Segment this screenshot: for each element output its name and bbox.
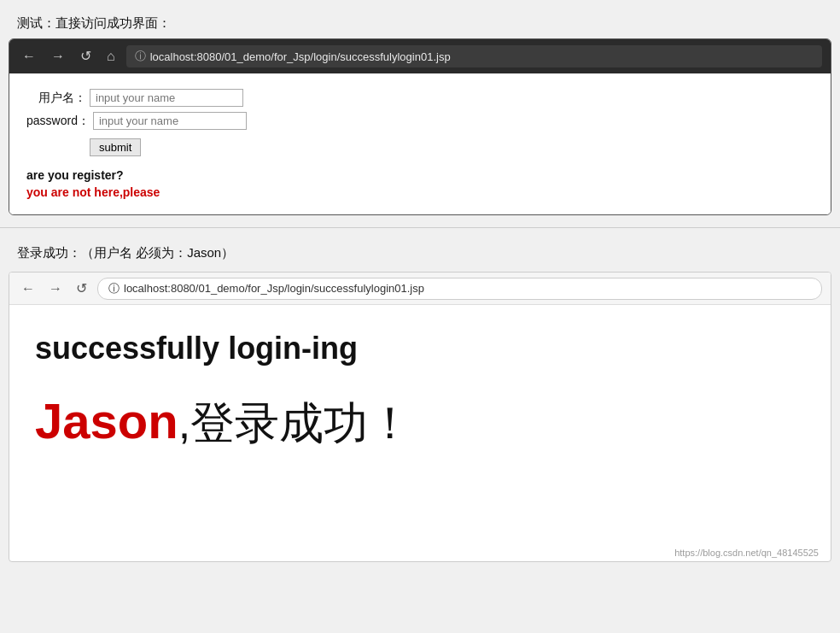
address-bar-1: ⓘ localhost:8080/01_demo/for_Jsp/login/s… [126,45,822,67]
second-label: 登录成功：（用户名 必须为：Jason） [0,240,840,267]
username-input[interactable] [90,89,243,107]
password-label: password： [26,114,90,129]
watermark: https://blog.csdn.net/qn_48145525 [9,544,831,561]
browser-toolbar-2: ← → ↺ ⓘ localhost:8080/01_demo/for_Jsp/l… [9,273,831,305]
submit-row: submit [26,135,814,156]
register-question: are you register? [26,168,814,182]
top-label-text: 测试：直接访问成功界面： [17,15,171,30]
reload-button-2[interactable]: ↺ [73,278,90,298]
top-label: 测试：直接访问成功界面： [0,9,840,38]
url-text-2: localhost:8080/01_demo/for_Jsp/login/suc… [124,282,424,295]
browser-frame-1: ← → ↺ ⌂ ⓘ localhost:8080/01_demo/for_Jsp… [9,38,831,215]
success-suffix: ,登录成功！ [178,398,412,448]
username-row: 用户名： [26,89,814,107]
back-button-1[interactable]: ← [18,48,40,65]
success-title: successfully login-ing [35,331,805,366]
password-input[interactable] [93,112,247,130]
info-icon-1: ⓘ [135,49,146,64]
back-button-2[interactable]: ← [18,279,38,298]
success-username: Jason [35,393,178,448]
success-user-line: Jason,登录成功！ [35,392,805,454]
url-text-1: localhost:8080/01_demo/for_Jsp/login/suc… [150,50,451,63]
home-button-1[interactable]: ⌂ [102,48,120,65]
address-bar-2: ⓘ localhost:8080/01_demo/for_Jsp/login/s… [97,278,822,300]
info-icon-2: ⓘ [108,281,120,296]
forward-button-1[interactable]: → [47,48,69,65]
browser-content-2: successfully login-ing Jason,登录成功！ [9,305,831,544]
browser-toolbar-1: ← → ↺ ⌂ ⓘ localhost:8080/01_demo/for_Jsp… [9,39,831,73]
page-wrapper: 测试：直接访问成功界面： ← → ↺ ⌂ ⓘ localhost:8080/01… [0,0,840,571]
forward-button-2[interactable]: → [45,279,66,298]
section-divider [0,227,840,228]
username-label: 用户名： [26,91,86,106]
second-label-text: 登录成功：（用户名 必须为：Jason） [17,245,234,260]
browser-content-1: 用户名： password： submit are you register? … [9,73,831,214]
submit-button[interactable]: submit [90,138,141,156]
register-section: are you register? you are not here,pleas… [26,168,814,199]
register-error: you are not here,please [26,185,814,199]
browser-frame-2: ← → ↺ ⓘ localhost:8080/01_demo/for_Jsp/l… [9,272,831,562]
password-row: password： [26,112,814,130]
reload-button-1[interactable]: ↺ [76,48,96,65]
